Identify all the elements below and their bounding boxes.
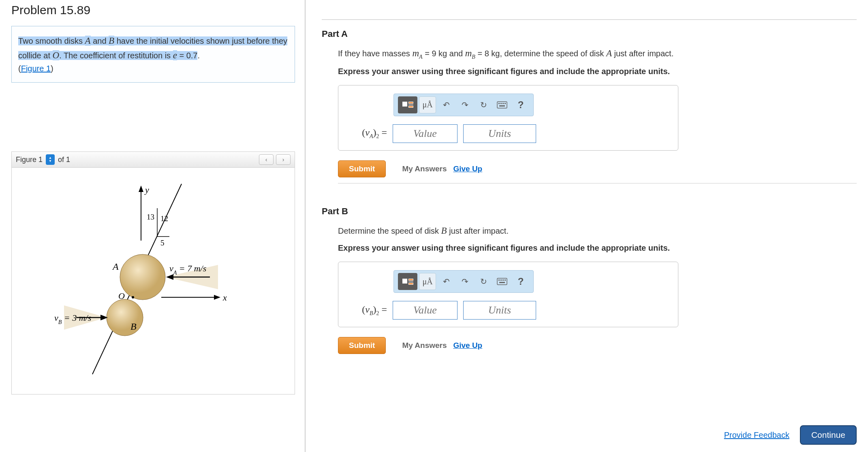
triangle-v: 12 (160, 214, 168, 223)
part-b-answer-label: (vB)2 = (346, 304, 387, 317)
svg-marker-2 (139, 185, 143, 192)
units-icon[interactable]: μÅ (419, 96, 436, 113)
part-b-units-input[interactable] (463, 301, 536, 320)
svg-rect-26 (500, 279, 502, 281)
keyboard-icon[interactable] (494, 273, 511, 290)
problem-title: Problem 15.89 (11, 3, 295, 17)
svg-marker-4 (214, 295, 220, 300)
problem-statement: Two smooth disks A and B have the initia… (11, 26, 295, 83)
redo-icon[interactable]: ↷ (456, 273, 473, 290)
part-b-submit-button[interactable]: Submit (338, 337, 386, 354)
svg-rect-19 (498, 103, 500, 104)
units-icon[interactable]: μÅ (419, 273, 436, 290)
part-a-answer-box: μÅ ↶ ↷ ↻ ? (vA)2 = (338, 85, 678, 151)
svg-rect-23 (499, 105, 505, 107)
part-a-my-answers[interactable]: My Answers (402, 164, 447, 173)
undo-icon[interactable]: ↶ (438, 273, 455, 290)
svg-point-8 (107, 299, 143, 336)
svg-rect-22 (505, 103, 506, 104)
figure-of-text: of 1 (58, 156, 70, 164)
text: . The coefficient of restitution is (59, 51, 173, 60)
var-o: O (53, 50, 60, 60)
svg-rect-20 (500, 103, 502, 104)
var-e: e (173, 50, 177, 60)
part-a-instruction: Express your answer using three signific… (338, 67, 857, 76)
disk-b-label: B (130, 321, 137, 332)
help-icon[interactable]: ? (512, 96, 529, 113)
svg-rect-28 (505, 279, 506, 281)
figure-link[interactable]: Figure 1 (21, 64, 51, 73)
text: Two smooth disks (18, 36, 85, 45)
reset-icon[interactable]: ↻ (475, 273, 492, 290)
part-b-my-answers[interactable]: My Answers (402, 341, 447, 350)
part-b-text: Determine the speed of disk B just after… (338, 224, 857, 238)
part-a-submit-button[interactable]: Submit (338, 160, 386, 177)
part-a-text: If they have masses mA = 9 kg and mB = 8… (338, 47, 857, 61)
part-b-answer-box: μÅ ↶ ↷ ↻ ? (vB)2 = (338, 262, 678, 327)
svg-rect-25 (498, 279, 500, 281)
templates-icon[interactable] (398, 96, 417, 113)
collision-diagram: y x 13 12 5 (48, 176, 259, 386)
part-a-header: Part A (322, 19, 857, 39)
part-b-header: Part B (322, 200, 857, 217)
figure-label: Figure 1 (16, 156, 43, 164)
part-b-giveup-link[interactable]: Give Up (453, 341, 482, 350)
keyboard-icon[interactable] (494, 96, 511, 113)
part-a-value-input[interactable] (393, 124, 458, 143)
y-axis-label: y (144, 185, 149, 195)
svg-rect-27 (502, 279, 504, 281)
svg-rect-18 (497, 102, 507, 108)
svg-point-7 (120, 254, 165, 300)
part-b-toolbar: μÅ ↶ ↷ ↻ ? (393, 270, 534, 293)
figure-stepper[interactable]: ▲▼ (46, 154, 55, 165)
triangle-hyp: 13 (147, 213, 154, 221)
text: . (197, 51, 200, 60)
origin-label: O (118, 291, 125, 301)
part-b-instruction: Express your answer using three signific… (338, 243, 857, 253)
text: = 0.7 (177, 51, 198, 60)
disk-a-label: A (112, 261, 119, 272)
part-a-answer-label: (vA)2 = (346, 127, 387, 140)
figure-header: Figure 1 ▲▼ of 1 ‹ › (11, 151, 295, 168)
text: and (91, 36, 109, 45)
templates-icon[interactable] (398, 273, 417, 290)
provide-feedback-link[interactable]: Provide Feedback (724, 431, 789, 440)
help-icon[interactable]: ? (512, 273, 529, 290)
reset-icon[interactable]: ↻ (475, 96, 492, 113)
svg-marker-12 (166, 274, 173, 280)
part-a-units-input[interactable] (463, 124, 536, 143)
triangle-h: 5 (160, 239, 165, 247)
figure-next-button[interactable]: › (276, 154, 291, 165)
var-a: A (85, 36, 91, 46)
redo-icon[interactable]: ↷ (456, 96, 473, 113)
part-a-giveup-link[interactable]: Give Up (453, 164, 482, 173)
figure-prev-button[interactable]: ‹ (259, 154, 274, 165)
part-b-value-input[interactable] (393, 301, 458, 320)
svg-point-15 (132, 296, 134, 298)
var-b: B (109, 36, 114, 46)
undo-icon[interactable]: ↶ (438, 96, 455, 113)
continue-button[interactable]: Continue (800, 425, 857, 445)
svg-rect-21 (502, 103, 504, 104)
svg-rect-24 (497, 278, 507, 285)
x-axis-label: x (222, 292, 227, 303)
svg-rect-29 (499, 282, 505, 283)
part-a-toolbar: μÅ ↶ ↷ ↻ ? (393, 94, 534, 116)
figure-body: y x 13 12 5 (11, 168, 295, 394)
